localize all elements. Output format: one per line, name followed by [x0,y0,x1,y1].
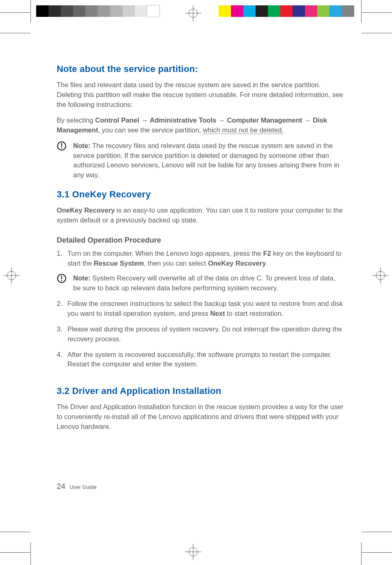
list-item: Please wait during the process of system… [57,324,344,344]
alert-icon [57,273,68,293]
page-number: 24 [57,482,65,491]
paragraph: The files and relevant data used by the … [57,80,344,110]
crop-mark [0,532,30,532]
crop-mark [362,33,392,33]
paragraph: The Driver and Application Installation … [57,402,344,432]
heading-driver-install: 3.2 Driver and Application Installation [57,386,344,396]
crop-mark [362,532,392,532]
grayscale-bar [36,5,159,17]
crop-mark [0,552,30,553]
list-item: After the system is recovered successful… [57,350,344,370]
paragraph-nav-path: By selecting Control Panel → Administrat… [57,116,344,135]
crop-mark [361,542,362,565]
heading-service-partition: Note about the service partition: [57,64,344,74]
note-callout: Note: System Recovery will overwrite all… [57,273,344,293]
alert-icon [57,141,68,181]
color-bar [219,5,354,17]
crop-mark [0,12,30,13]
crop-mark [30,542,31,565]
subheading-procedure: Detailed Operation Procedure [57,236,344,245]
page-body: Note about the service partition: The fi… [57,64,344,438]
crop-mark [30,0,31,23]
registration-crosshair [185,5,201,21]
crop-mark [0,33,30,33]
heading-onekey-recovery: 3.1 OneKey Recovery [57,189,344,200]
registration-crosshair [372,267,389,284]
paragraph: OneKey Recovery is an easy-to use applic… [57,206,344,225]
crop-mark [361,0,362,23]
registration-crosshair [185,544,201,560]
footer-title: User Guide [69,484,97,490]
list-item: Follow the onscreen instructions to sele… [57,299,344,319]
crop-mark [362,552,392,553]
note-callout: Note: The recovery files and relevant da… [57,141,344,181]
list-item: Turn on the computer. When the Lenovo lo… [57,249,344,293]
crop-mark [362,12,392,13]
page-footer: 24 User Guide [57,482,97,491]
registration-crosshair [3,267,20,284]
procedure-list: Turn on the computer. When the Lenovo lo… [57,249,344,369]
